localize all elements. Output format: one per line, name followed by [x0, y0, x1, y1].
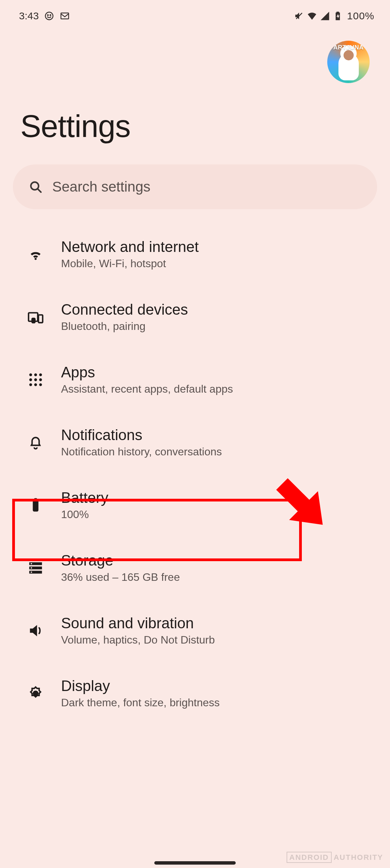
item-title: Storage	[61, 552, 180, 569]
search-wrap: Search settings	[0, 144, 390, 209]
mute-icon	[294, 11, 304, 21]
svg-point-24	[31, 567, 32, 568]
item-display[interactable]: Display Dark theme, font size, brightnes…	[0, 662, 390, 725]
profile-avatar[interactable]: ARTJUNA	[327, 41, 370, 83]
battery-percent: 100%	[347, 10, 374, 22]
apps-icon	[27, 371, 44, 388]
watermark: ANDROIDAUTHORITY	[287, 853, 383, 862]
search-input[interactable]: Search settings	[13, 164, 377, 209]
item-title: Battery	[61, 489, 108, 506]
battery-icon	[27, 497, 44, 514]
item-sub: Volume, haptics, Do Not Disturb	[61, 634, 215, 646]
item-sub: Bluetooth, pairing	[61, 320, 188, 333]
storage-icon	[27, 559, 44, 576]
item-devices[interactable]: Connected devices Bluetooth, pairing	[0, 285, 390, 348]
svg-line-5	[38, 189, 41, 192]
svg-rect-8	[32, 318, 35, 323]
svg-rect-18	[33, 499, 39, 511]
item-sound[interactable]: Sound and vibration Volume, haptics, Do …	[0, 599, 390, 662]
header: ARTJUNA Settings	[0, 27, 390, 144]
svg-point-26	[34, 691, 38, 695]
item-title: Connected devices	[61, 301, 188, 318]
wifi-icon	[27, 246, 44, 263]
status-right: 100%	[294, 10, 374, 22]
svg-point-9	[29, 373, 32, 376]
svg-point-10	[34, 373, 37, 376]
svg-rect-19	[34, 498, 37, 500]
page-title: Settings	[20, 108, 370, 144]
watermark-site: AUTHORITY	[334, 853, 383, 862]
svg-rect-3	[61, 13, 69, 19]
volume-icon	[27, 622, 44, 639]
item-network[interactable]: Network and internet Mobile, Wi-Fi, hots…	[0, 223, 390, 285]
item-sub: Mobile, Wi-Fi, hotspot	[61, 257, 199, 270]
item-sub: Assistant, recent apps, default apps	[61, 383, 233, 395]
item-title: Network and internet	[61, 238, 199, 255]
status-left: 3:43	[19, 10, 70, 22]
svg-point-25	[31, 571, 32, 573]
svg-point-1	[47, 15, 48, 16]
svg-point-23	[31, 563, 32, 564]
svg-point-2	[50, 15, 51, 16]
svg-point-15	[29, 383, 32, 386]
item-apps[interactable]: Apps Assistant, recent apps, default app…	[0, 348, 390, 411]
wifi-icon	[307, 11, 317, 21]
svg-point-4	[31, 182, 39, 190]
item-sub: Notification history, conversations	[61, 446, 222, 458]
item-title: Display	[61, 677, 220, 694]
face-icon	[44, 11, 54, 21]
item-sub: 100%	[61, 508, 108, 521]
devices-icon	[27, 309, 44, 326]
item-notifications[interactable]: Notifications Notification history, conv…	[0, 411, 390, 474]
item-storage[interactable]: Storage 36% used – 165 GB free	[0, 536, 390, 599]
bell-icon	[27, 434, 44, 451]
svg-rect-7	[38, 315, 43, 322]
svg-point-17	[39, 383, 42, 386]
svg-point-13	[34, 378, 37, 381]
signal-icon	[320, 11, 330, 21]
item-battery[interactable]: Battery 100%	[0, 474, 390, 536]
item-title: Notifications	[61, 427, 222, 443]
item-sub: 36% used – 165 GB free	[61, 571, 180, 584]
svg-point-0	[45, 12, 53, 20]
brightness-icon	[27, 685, 44, 702]
svg-point-11	[39, 373, 42, 376]
status-time: 3:43	[19, 10, 39, 22]
search-icon	[28, 180, 43, 194]
item-sub: Dark theme, font size, brightness	[61, 696, 220, 709]
battery-icon	[333, 11, 343, 21]
gmail-icon	[60, 11, 70, 21]
search-placeholder: Search settings	[52, 179, 151, 195]
item-title: Sound and vibration	[61, 615, 215, 632]
item-title: Apps	[61, 364, 233, 381]
svg-point-14	[39, 378, 42, 381]
settings-list: Network and internet Mobile, Wi-Fi, hots…	[0, 209, 390, 725]
nav-handle[interactable]	[154, 861, 236, 865]
svg-point-16	[34, 383, 37, 386]
svg-point-12	[29, 378, 32, 381]
status-bar: 3:43 100%	[0, 0, 390, 27]
watermark-brand: ANDROID	[287, 852, 332, 863]
